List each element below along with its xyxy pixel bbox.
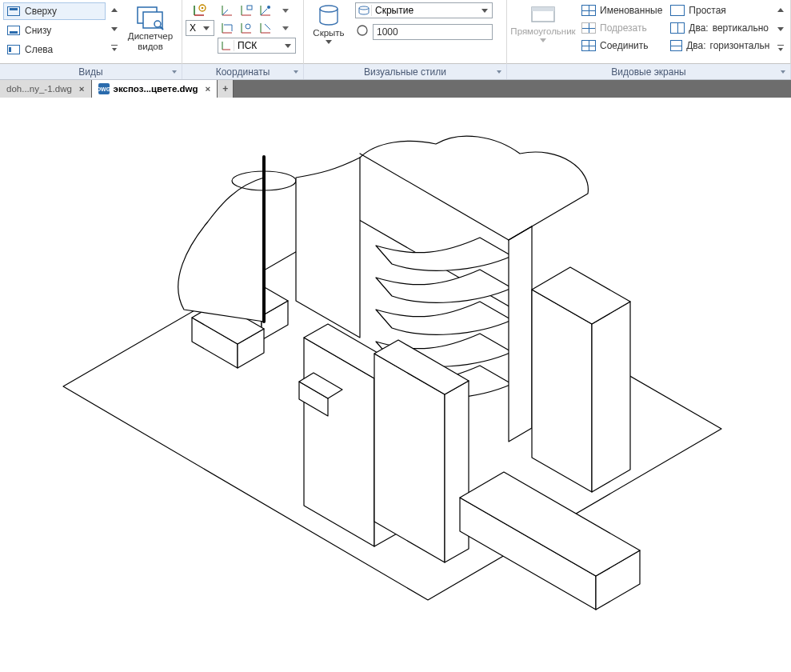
circle-icon <box>355 23 370 40</box>
title-viewports[interactable]: Видовые экраны <box>507 64 791 79</box>
view-item-label: Слева <box>25 44 53 55</box>
clip-label: Подрезать <box>600 22 647 34</box>
view-left-icon <box>7 45 20 54</box>
view-manager-icon <box>136 4 165 31</box>
panel-coords: X ПСК <box>182 0 304 64</box>
view-item-label: Снизу <box>25 25 51 36</box>
dwg-file-icon: DWG <box>98 83 110 94</box>
hide-button-label: Скрыть <box>313 28 344 38</box>
named-label: Именованные <box>600 5 662 16</box>
ribbon: Сверху Снизу Слева <box>0 0 791 64</box>
chevron-down-icon <box>281 44 295 48</box>
svg-point-31 <box>358 26 367 35</box>
value-input[interactable] <box>373 24 493 40</box>
svg-point-29 <box>320 6 338 12</box>
hide-mode-combo[interactable]: Скрытие <box>355 2 493 18</box>
view-list-menu[interactable] <box>109 42 120 54</box>
svg-point-8 <box>202 7 204 10</box>
layout-single-label: Простая <box>689 5 726 16</box>
close-icon[interactable]: × <box>205 84 210 94</box>
svg-line-11 <box>222 10 228 15</box>
view-item-bottom[interactable]: Снизу <box>3 22 106 39</box>
tab-active-label: экспоз...цвете.dwg <box>114 84 198 94</box>
view-list-down[interactable] <box>109 23 120 34</box>
view-manager-button[interactable]: Диспетчер видов <box>123 2 178 52</box>
rectangle-button[interactable]: Прямоугольник <box>510 2 576 42</box>
new-tab-button[interactable]: + <box>218 80 234 98</box>
view-list: Сверху Снизу Слева <box>3 2 106 58</box>
axis-icon-6[interactable] <box>258 20 275 36</box>
layout-two-v-label: вертикально <box>713 22 769 34</box>
view-item-top[interactable]: Сверху <box>3 2 106 20</box>
rectangle-icon <box>529 4 557 26</box>
panel-views: Сверху Снизу Слева <box>0 0 182 64</box>
tab-active-file[interactable]: DWG экспоз...цвете.dwg × <box>92 80 218 98</box>
layout-two-v-icon <box>670 22 685 34</box>
layout-two-h-label: горизонтальн <box>710 40 770 51</box>
layout-two-h[interactable]: Два: горизонтальн <box>668 38 772 54</box>
layout-list-up[interactable] <box>775 4 786 15</box>
layout-list-menu[interactable] <box>775 42 786 54</box>
svg-rect-0 <box>111 45 118 46</box>
svg-point-23 <box>246 24 250 29</box>
svg-rect-33 <box>532 7 554 11</box>
ucs-combo[interactable]: ПСК <box>218 38 296 54</box>
axis-icon-5[interactable] <box>238 20 256 36</box>
svg-rect-2 <box>143 12 162 28</box>
hide-mode-icon <box>356 5 372 16</box>
view-list-up[interactable] <box>109 4 120 15</box>
view-item-left[interactable]: Слева <box>3 41 106 58</box>
clip-viewport-icon <box>581 22 596 34</box>
view-top-icon <box>7 6 20 16</box>
view-manager-label1: Диспетчер <box>128 31 173 42</box>
join-label: Соединить <box>600 40 649 51</box>
axis-icon-2[interactable] <box>238 2 256 18</box>
axis-row-expand[interactable] <box>277 2 294 18</box>
viewport-ops: Именованные Подрезать Соединить <box>579 2 665 54</box>
svg-rect-14 <box>247 6 252 10</box>
isometric-drawing <box>0 98 791 672</box>
ucs-origin-button[interactable] <box>191 2 209 18</box>
view-list-scroll <box>109 2 120 55</box>
svg-rect-34 <box>777 45 784 46</box>
hide-mode-text: Скрытие <box>372 5 477 16</box>
rectangle-label: Прямоугольник <box>510 26 575 37</box>
layout-two-h-prefix: Два: <box>686 40 705 51</box>
title-coords[interactable]: Координаты <box>182 64 304 79</box>
view-manager-label2: видов <box>138 42 163 52</box>
tab-inactive-file[interactable]: doh...ny_-1.dwg × <box>0 80 92 98</box>
ucs-combo-icon <box>218 40 234 51</box>
chevron-down-icon <box>477 9 492 13</box>
join-viewport-button[interactable]: Соединить <box>579 38 665 54</box>
svg-line-17 <box>261 9 267 15</box>
named-viewports-button[interactable]: Именованные <box>579 2 665 18</box>
hide-cylinder-icon <box>315 4 342 28</box>
panel-title-strip: Виды Координаты Визуальные стили Видовые… <box>0 64 791 80</box>
chevron-down-icon <box>199 26 214 30</box>
panel-viewports: Прямоугольник Именованные Подрезать Соед… <box>507 0 791 64</box>
x-axis-dropdown[interactable]: X <box>186 20 214 36</box>
axis-icon-3[interactable] <box>258 2 275 18</box>
view-item-label: Сверху <box>25 6 57 17</box>
axis-icon-4[interactable] <box>219 20 237 36</box>
clip-viewport-button[interactable]: Подрезать <box>579 20 665 36</box>
title-visual-styles[interactable]: Визуальные стили <box>304 64 507 79</box>
axis-row2-expand[interactable] <box>277 20 294 36</box>
view-bottom-icon <box>7 26 20 35</box>
layout-single[interactable]: Простая <box>668 2 772 18</box>
title-views[interactable]: Виды <box>0 64 182 79</box>
layout-two-h-icon <box>670 40 682 51</box>
layout-list-scroll <box>775 2 786 55</box>
hide-button[interactable]: Скрыть <box>307 2 350 44</box>
tab-inactive-label: doh...ny_-1.dwg <box>6 84 72 94</box>
drawing-canvas[interactable] <box>0 98 791 672</box>
panel-visual-styles: Скрыть Скрытие <box>304 0 507 64</box>
svg-point-30 <box>359 6 369 10</box>
ucs-combo-text: ПСК <box>234 40 281 51</box>
layout-list-down[interactable] <box>775 23 786 34</box>
close-icon[interactable]: × <box>79 84 85 94</box>
axis-icon-1[interactable] <box>219 2 237 18</box>
document-tabs: doh...ny_-1.dwg × DWG экспоз...цвете.dwg… <box>0 80 791 98</box>
ucs-origin-icon <box>192 3 208 18</box>
layout-two-v[interactable]: Два: вертикально <box>668 20 772 36</box>
